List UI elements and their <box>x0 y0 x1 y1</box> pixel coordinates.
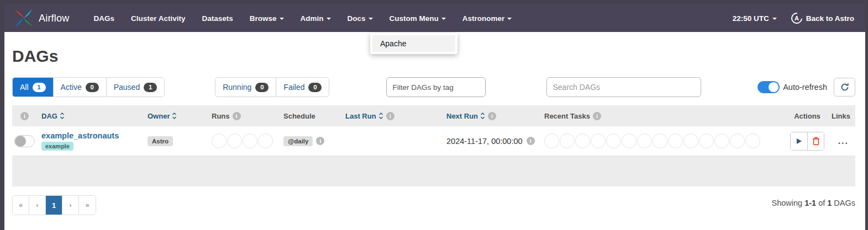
dag-row: example_astronauts example Astro @daily … <box>12 126 855 156</box>
pagination-next-button[interactable]: › <box>62 196 79 215</box>
sort-next-run-link[interactable]: Next Run <box>446 112 485 120</box>
owner-badge: Astro <box>148 136 173 146</box>
delete-dag-button[interactable] <box>807 132 824 150</box>
summary-of: of <box>818 199 825 207</box>
header-label: Links <box>832 112 850 120</box>
pause-toggle-cell <box>12 135 37 147</box>
nav-item-admin[interactable]: Admin <box>301 14 331 23</box>
task-state-circle <box>212 133 227 148</box>
header-recent-tasks: Recent Tasks <box>544 112 783 120</box>
caret-down-icon <box>327 18 331 20</box>
nav-item-astronomer[interactable]: Astronomer <box>462 14 512 23</box>
header-label: Runs <box>212 112 230 120</box>
pagination-first-button[interactable]: « <box>13 196 29 215</box>
table-footer: « ‹ 1 › » Showing 1-1 of 1 DAGs <box>12 195 855 215</box>
filter-label: Running <box>223 83 251 92</box>
dag-name-cell: example_astronauts example <box>37 131 148 151</box>
dag-name-link[interactable]: example_astronauts <box>41 131 119 140</box>
sort-dag-link[interactable]: DAG <box>41 112 65 120</box>
dags-table: DAG Owner Runs Schedule <box>12 105 855 186</box>
summary-unit: DAGs <box>834 199 855 207</box>
pagination-prev-button[interactable]: ‹ <box>29 196 46 215</box>
runs-cell <box>212 133 283 148</box>
filter-paused-button[interactable]: Paused 1 <box>107 78 164 97</box>
filter-active-button[interactable]: Active 0 <box>54 78 107 97</box>
airflow-logo[interactable]: Airflow <box>13 8 69 29</box>
filter-label: All <box>20 83 29 92</box>
nav-item-datasets[interactable]: Datasets <box>202 14 233 23</box>
main-content: DAGs All 1 Active 0 Paused 1 Running <box>4 47 865 215</box>
caret-down-icon <box>280 18 284 20</box>
header-label: DAG <box>41 112 57 120</box>
nav-item-label: DAGs <box>93 14 114 23</box>
nav-item-browse[interactable]: Browse <box>250 14 284 23</box>
nav-item-label: Custom Menu <box>390 14 439 23</box>
filter-label: Paused <box>114 83 140 92</box>
dag-pause-toggle[interactable] <box>14 135 35 147</box>
navbar-right: 22:50 UTC A Back to Astro <box>733 13 854 24</box>
nav-menu: DAGs Cluster Activity Datasets Browse Ad… <box>93 14 512 23</box>
back-to-astro-link[interactable]: A Back to Astro <box>791 13 854 24</box>
caret-down-icon <box>507 18 512 20</box>
trash-icon <box>812 137 820 146</box>
custom-menu-dropdown: Apache <box>370 33 457 54</box>
nav-item-cluster-activity[interactable]: Cluster Activity <box>131 14 186 23</box>
task-state-circle <box>714 133 729 148</box>
refresh-controls: Auto-refresh <box>757 78 855 97</box>
info-icon <box>593 112 601 120</box>
task-state-circle <box>591 133 606 148</box>
task-state-circle <box>622 133 636 148</box>
dag-tag-chip[interactable]: example <box>41 142 73 151</box>
task-state-circle <box>575 133 590 148</box>
auto-refresh-toggle[interactable] <box>757 81 780 93</box>
header-label: Recent Tasks <box>544 112 590 120</box>
count-badge: 0 <box>308 83 322 92</box>
summary-total: 1 <box>827 199 832 207</box>
filter-label: Failed <box>283 83 304 92</box>
tag-filter-input[interactable] <box>386 77 486 97</box>
filter-all-button[interactable]: All 1 <box>13 78 54 97</box>
pagination-last-button[interactable]: » <box>79 196 96 215</box>
pagination: « ‹ 1 › » <box>12 195 96 215</box>
toggle-knob <box>15 136 26 147</box>
info-icon <box>527 137 535 145</box>
summary-range: 1-1 <box>804 199 816 207</box>
filter-running-button[interactable]: Running 0 <box>215 78 276 97</box>
nav-item-label: Browse <box>250 14 277 23</box>
summary-showing: Showing <box>772 199 803 207</box>
sort-last-run-link[interactable]: Last Run <box>345 112 383 120</box>
header-next-run: Next Run <box>446 112 544 120</box>
filter-failed-button[interactable]: Failed 0 <box>276 78 329 97</box>
header-label: Actions <box>794 112 820 120</box>
dropdown-item-apache[interactable]: Apache <box>372 35 455 52</box>
sort-icon <box>60 112 65 120</box>
header-links: Links <box>832 112 856 120</box>
info-icon <box>316 137 324 145</box>
navbar: Airflow DAGs Cluster Activity Datasets B… <box>4 4 865 32</box>
links-more-button[interactable]: ... <box>838 138 849 144</box>
count-badge: 0 <box>86 83 99 92</box>
results-summary: Showing 1-1 of 1 DAGs <box>772 199 855 207</box>
count-badge: 0 <box>255 83 269 92</box>
table-header-row: DAG Owner Runs Schedule <box>12 105 855 126</box>
search-dags-input[interactable] <box>546 77 701 97</box>
brand-name: Airflow <box>39 13 69 24</box>
runs-circles <box>212 133 273 148</box>
nav-item-docs[interactable]: Docs <box>348 14 373 23</box>
nav-item-custom-menu[interactable]: Custom Menu <box>390 14 446 23</box>
actions-cell <box>783 132 832 151</box>
table-empty-area <box>12 156 855 186</box>
pagination-page-1-button[interactable]: 1 <box>46 196 62 215</box>
nav-item-dags[interactable]: DAGs <box>93 14 114 23</box>
sort-owner-link[interactable]: Owner <box>148 112 177 120</box>
utc-clock-dropdown[interactable]: 22:50 UTC <box>733 14 777 23</box>
refresh-button[interactable] <box>834 78 855 97</box>
header-actions: Actions <box>783 112 832 120</box>
task-state-circle <box>683 133 698 148</box>
nav-item-label: Cluster Activity <box>131 14 186 23</box>
header-label: Next Run <box>446 112 478 120</box>
task-state-circle <box>653 133 667 148</box>
action-buttons <box>790 132 824 151</box>
refresh-icon <box>840 83 849 92</box>
trigger-dag-button[interactable] <box>791 132 807 150</box>
